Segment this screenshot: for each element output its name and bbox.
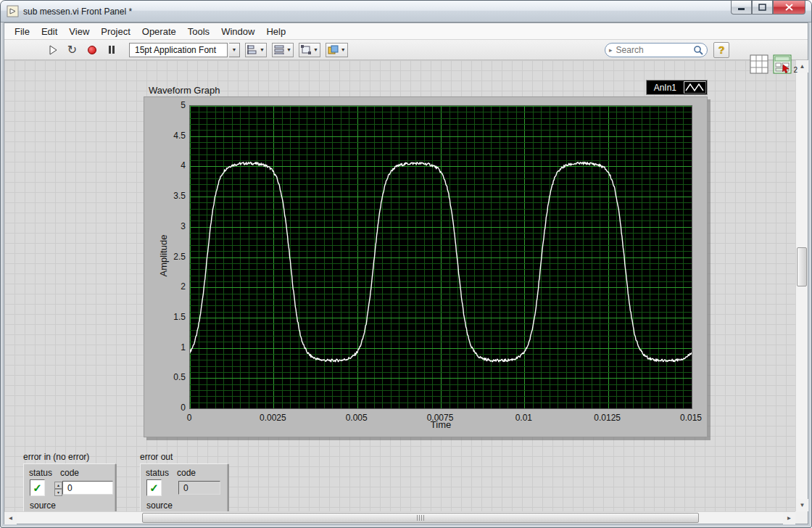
reorder-objects-icon — [328, 45, 339, 54]
context-help-button[interactable]: ? — [713, 42, 729, 58]
error-in-cluster: status code ✓ ▲ ▼ 0 source — [23, 463, 116, 511]
check-icon: ✓ — [149, 482, 159, 495]
window-number-badge: 2 — [793, 66, 798, 74]
scroll-up-button[interactable]: ▲ — [796, 60, 808, 73]
abort-button[interactable] — [83, 41, 101, 59]
run-arrow-icon — [48, 45, 58, 55]
check-icon: ✓ — [33, 482, 42, 495]
y-tick-label: 5 — [144, 100, 186, 110]
error-out-status-label: status — [146, 468, 169, 478]
run-button[interactable] — [44, 41, 62, 59]
scroll-left-button[interactable]: ◄ — [4, 512, 17, 524]
error-out-status-led[interactable]: ✓ — [146, 479, 162, 496]
error-in-status-led[interactable]: ✓ — [30, 479, 45, 496]
reorder-objects-dropdown[interactable]: ▼ — [326, 43, 348, 57]
y-tick-label: 4 — [144, 160, 186, 170]
plot-legend[interactable]: AnIn1 — [646, 80, 708, 95]
error-in-code-label: code — [60, 468, 79, 478]
error-out-code-label: code — [177, 468, 196, 478]
y-tick-label: 2 — [144, 281, 186, 292]
y-tick-label: 3.5 — [144, 191, 186, 201]
y-tick-label: 1 — [144, 342, 186, 352]
horizontal-scroll-thumb[interactable] — [142, 513, 699, 523]
search-area: ▸ ? — [605, 42, 729, 58]
minimize-icon — [738, 4, 745, 11]
chevron-down-icon: ▼ — [232, 47, 237, 52]
y-tick-label: 2.5 — [144, 252, 186, 262]
pause-icon — [109, 46, 115, 54]
abort-icon — [88, 46, 96, 54]
scroll-up-icon: ▲ — [800, 63, 805, 70]
distribute-objects-icon — [274, 45, 284, 54]
close-icon — [785, 4, 793, 11]
error-out-code-field: 0 — [178, 481, 220, 495]
menu-item-window[interactable]: Window — [215, 26, 260, 37]
y-tick-label: 0 — [144, 403, 186, 413]
menu-item-help[interactable]: Help — [260, 26, 291, 37]
menu-item-view[interactable]: View — [63, 26, 95, 37]
spin-down-icon[interactable]: ▼ — [54, 489, 62, 496]
client-area: File Edit View Project Operate Tools Win… — [4, 22, 808, 524]
vi-icon[interactable] — [773, 54, 792, 74]
menu-item-file[interactable]: File — [9, 26, 36, 37]
vertical-scroll-thumb[interactable] — [797, 247, 807, 286]
menu-item-edit[interactable]: Edit — [36, 26, 63, 37]
maximize-icon — [758, 4, 766, 11]
plot-area[interactable] — [189, 105, 692, 409]
search-box[interactable]: ▸ — [605, 43, 708, 57]
error-out-label: error out — [140, 452, 173, 462]
graph-label: Waveform Graph — [149, 85, 220, 96]
scroll-down-button[interactable]: ▼ — [796, 499, 808, 511]
search-icon — [693, 45, 703, 55]
close-button[interactable] — [773, 1, 805, 15]
run-continuously-button[interactable]: ↻ — [63, 41, 81, 59]
waveform-plot — [190, 106, 692, 408]
caption-buttons — [731, 1, 805, 15]
menu-item-operate[interactable]: Operate — [136, 26, 182, 37]
scroll-thumb-grip — [417, 515, 425, 521]
font-selector-dropdown[interactable]: ▼ — [229, 43, 240, 57]
error-in-source-label: source — [30, 500, 56, 511]
legend-plot-name: AnIn1 — [647, 83, 684, 93]
y-tick-label: 3 — [144, 221, 186, 231]
chevron-down-icon: ▼ — [260, 47, 265, 52]
x-axis-label: Time — [189, 419, 692, 430]
titlebar[interactable]: sub messen.vi Front Panel * — [1, 1, 811, 22]
panel-grid-icon[interactable] — [750, 54, 768, 74]
chevron-down-icon: ▼ — [286, 47, 291, 52]
error-in-code-field[interactable]: 0 — [62, 481, 113, 495]
menu-item-project[interactable]: Project — [95, 26, 136, 37]
legend-plot-sample[interactable] — [684, 81, 706, 94]
align-objects-dropdown[interactable]: ▼ — [245, 43, 267, 57]
waveform-sample-icon — [684, 82, 705, 93]
search-scope-arrow-icon[interactable]: ▸ — [609, 46, 613, 54]
scroll-down-icon: ▼ — [800, 502, 805, 508]
minimize-button[interactable] — [731, 1, 752, 15]
front-panel: Waveform Graph AnIn1 Amplitude 54.543.53… — [4, 60, 795, 511]
error-in-code-spinner[interactable]: ▲ ▼ — [54, 482, 62, 496]
spin-up-icon[interactable]: ▲ — [54, 482, 62, 489]
labview-app-icon — [7, 5, 19, 17]
maximize-button[interactable] — [752, 1, 773, 15]
distribute-objects-dropdown[interactable]: ▼ — [272, 43, 294, 57]
menubar: File Edit View Project Operate Tools Win… — [4, 23, 808, 40]
scrollbar-corner — [795, 511, 808, 524]
pause-button[interactable] — [102, 41, 120, 59]
search-input[interactable] — [615, 44, 693, 56]
font-selector[interactable]: 15pt Application Font — [129, 43, 228, 57]
resize-objects-dropdown[interactable]: ▼ — [299, 43, 320, 57]
horizontal-scrollbar[interactable]: ◄ ► — [4, 511, 795, 524]
scroll-right-button[interactable]: ► — [783, 512, 795, 524]
menu-item-tools[interactable]: Tools — [182, 26, 215, 37]
y-tick-label: 1.5 — [144, 312, 186, 322]
run-continuous-icon: ↻ — [67, 44, 77, 56]
vertical-scrollbar[interactable]: ▲ ▼ — [795, 60, 808, 511]
resize-objects-icon — [301, 45, 311, 54]
error-in-label: error in (no error) — [23, 452, 89, 462]
chevron-down-icon: ▼ — [341, 47, 346, 52]
chevron-down-icon: ▼ — [313, 47, 318, 52]
error-in-status-label: status — [29, 468, 52, 478]
waveform-graph: AnIn1 Amplitude 54.543.532.521.510.50 00… — [144, 96, 708, 437]
corner-icons: 2 — [750, 54, 798, 74]
y-tick-label: 0.5 — [144, 372, 186, 382]
